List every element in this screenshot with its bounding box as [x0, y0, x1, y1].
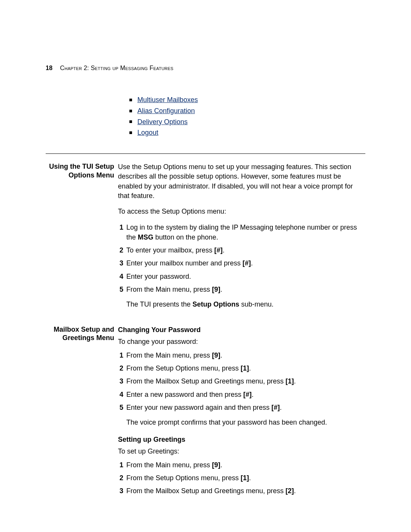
- step-text: .: [280, 404, 282, 411]
- key-label: [2]: [285, 487, 294, 495]
- page-number: 18: [46, 65, 53, 72]
- key-label: MSG: [138, 233, 153, 241]
- paragraph: The TUI presents the Setup Options sub-m…: [126, 300, 365, 309]
- bullet-icon: [129, 120, 132, 123]
- step-text: .: [294, 487, 296, 495]
- section-body: Use the Setup Options menu to set up you…: [118, 162, 365, 315]
- step-item: From the Main menu, press [9].: [118, 284, 365, 294]
- key-label: [#]: [271, 404, 280, 411]
- key-label: [9]: [212, 351, 220, 359]
- chapter-title: Chapter 2: Setting up Messaging Features: [60, 65, 174, 72]
- link-item: Multiuser Mailboxes: [118, 94, 365, 105]
- step-item: From the Mailbox Setup and Greetings men…: [118, 376, 365, 386]
- key-label: [#]: [243, 391, 252, 398]
- link-delivery-options[interactable]: Delivery Options: [137, 117, 188, 128]
- step-text: Enter a new password and then press: [126, 391, 243, 398]
- step-text: .: [220, 286, 222, 293]
- emphasis: Setup Options: [193, 300, 239, 308]
- step-item: Enter your new password again and then p…: [118, 403, 365, 412]
- bullet-icon: [129, 131, 132, 134]
- step-item: Enter a new password and then press [#].: [118, 390, 365, 399]
- step-text: button on the phone.: [153, 233, 218, 241]
- step-item: From the Main menu, press [9].: [118, 460, 365, 470]
- subsection-title: Changing Your Password: [118, 325, 365, 335]
- bullet-icon: [129, 99, 132, 101]
- step-item: From the Setup Options menu, press [1].: [118, 363, 365, 373]
- step-text: From the Setup Options menu, press: [126, 364, 241, 372]
- key-label: [1]: [241, 364, 249, 372]
- step-item: Log in to the system by dialing the IP M…: [118, 222, 365, 242]
- step-item: To enter your mailbox, press [#].: [118, 245, 365, 255]
- ordered-steps: Log in to the system by dialing the IP M…: [118, 222, 365, 294]
- text: sub-menu.: [239, 300, 274, 308]
- step-text: .: [249, 474, 251, 482]
- step-text: From the Main menu, press: [126, 286, 212, 293]
- ordered-steps: From the Main menu, press [9]. From the …: [118, 460, 365, 496]
- step-item: Enter your mailbox number and press [#].: [118, 258, 365, 268]
- step-text: From the Main menu, press: [126, 461, 212, 469]
- step-text: Enter your new password again and then p…: [126, 404, 271, 411]
- section-mailbox-greetings: Mailbox Setup and Greetings Menu Changin…: [46, 325, 365, 502]
- key-label: [#]: [242, 259, 251, 267]
- step-text: .: [294, 377, 296, 385]
- section-heading: Mailbox Setup and Greetings Menu: [46, 325, 118, 342]
- paragraph: To access the Setup Options menu:: [118, 207, 365, 216]
- paragraph: To set up Greetings:: [118, 447, 365, 456]
- document-page: 18 Chapter 2: Setting up Messaging Featu…: [0, 0, 411, 502]
- step-item: Enter your password.: [118, 272, 365, 281]
- link-multiuser-mailboxes[interactable]: Multiuser Mailboxes: [137, 94, 198, 105]
- page-header: 18 Chapter 2: Setting up Messaging Featu…: [46, 65, 365, 72]
- section-tui-setup: Using the TUI Setup Options Menu Use the…: [46, 162, 365, 315]
- bullet-icon: [129, 110, 132, 112]
- link-logout[interactable]: Logout: [137, 127, 158, 138]
- step-text: .: [251, 259, 253, 267]
- step-text: .: [220, 351, 222, 359]
- step-text: From the Mailbox Setup and Greetings men…: [126, 377, 285, 385]
- section-heading: Using the TUI Setup Options Menu: [46, 162, 118, 179]
- link-item: Logout: [118, 127, 365, 138]
- heading-line: Options Menu: [46, 171, 114, 180]
- heading-line: Greetings Menu: [46, 334, 114, 342]
- step-text: .: [252, 391, 253, 398]
- key-label: [1]: [241, 474, 249, 482]
- step-text: From the Main menu, press: [126, 351, 212, 359]
- key-label: [9]: [212, 461, 220, 469]
- paragraph: To change your password:: [118, 337, 365, 347]
- step-item: From the Setup Options menu, press [1].: [118, 473, 365, 483]
- link-item: Delivery Options: [118, 117, 365, 128]
- step-text: To enter your mailbox, press: [126, 246, 214, 254]
- text: The TUI presents the: [126, 300, 193, 308]
- link-alias-configuration[interactable]: Alias Configuration: [137, 105, 195, 117]
- paragraph: The voice prompt confirms that your pass…: [126, 418, 365, 427]
- step-text: .: [249, 364, 251, 372]
- subsection-title: Setting up Greetings: [118, 435, 365, 444]
- divider: [46, 153, 365, 154]
- key-label: [1]: [285, 377, 294, 385]
- step-item: From the Main menu, press [9].: [118, 350, 365, 360]
- step-item: From the Mailbox Setup and Greetings men…: [118, 486, 365, 496]
- step-text: From the Mailbox Setup and Greetings men…: [126, 487, 285, 495]
- section-body: Changing Your Password To change your pa…: [118, 325, 365, 502]
- key-label: [9]: [212, 286, 220, 293]
- step-text: .: [220, 461, 222, 469]
- step-text: From the Setup Options menu, press: [126, 474, 241, 482]
- ordered-steps: From the Main menu, press [9]. From the …: [118, 350, 365, 412]
- heading-line: Using the TUI Setup: [46, 162, 114, 171]
- paragraph: Use the Setup Options menu to set up you…: [118, 162, 365, 201]
- link-list: Multiuser Mailboxes Alias Configuration …: [118, 94, 365, 138]
- link-item: Alias Configuration: [118, 105, 365, 117]
- heading-line: Mailbox Setup and: [46, 325, 114, 334]
- step-text: .: [223, 246, 225, 254]
- key-label: [#]: [214, 246, 223, 254]
- step-text: Enter your mailbox number and press: [126, 259, 242, 267]
